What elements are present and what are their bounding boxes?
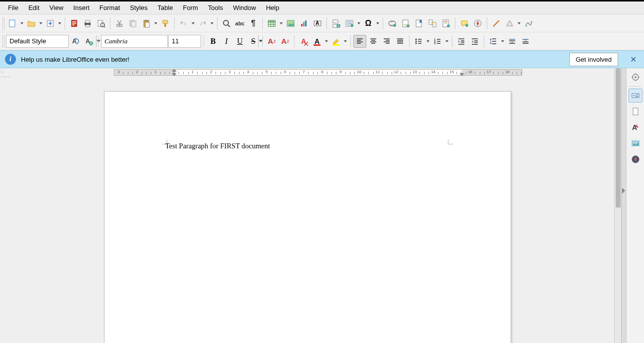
copy-button[interactable] (126, 17, 139, 30)
font-color-dropdown[interactable] (324, 35, 329, 48)
clear-formatting-button[interactable]: A (297, 35, 310, 48)
menu-help[interactable]: Help (261, 2, 284, 13)
bullet-list-dropdown[interactable] (426, 35, 430, 48)
print-button[interactable] (81, 17, 94, 30)
indent-marker[interactable] (172, 69, 177, 72)
menu-view[interactable]: View (44, 2, 68, 13)
insert-symbol-dropdown[interactable] (375, 17, 380, 30)
insert-field-button[interactable] (343, 17, 356, 30)
sidebar-navigator-button[interactable] (629, 152, 643, 166)
insert-table-dropdown[interactable] (279, 17, 284, 30)
new-style-button[interactable]: A+ (83, 35, 96, 48)
navigator-button[interactable] (471, 17, 484, 30)
superscript-button[interactable]: A2 (265, 35, 278, 48)
save-button[interactable] (44, 17, 57, 30)
vertical-scrollbar[interactable] (614, 68, 621, 343)
open-dropdown[interactable] (38, 17, 43, 30)
insert-symbol-button[interactable]: Ω (362, 17, 375, 30)
sidebar-collapse-handle[interactable] (621, 68, 626, 343)
insert-footnote-button[interactable] (399, 17, 412, 30)
get-involved-button[interactable]: Get involved (569, 53, 618, 66)
paste-button[interactable] (140, 17, 153, 30)
bold-button[interactable]: B (207, 35, 219, 48)
numbered-list-button[interactable]: 123 (431, 35, 444, 48)
new-document-dropdown[interactable] (19, 17, 24, 30)
menu-window[interactable]: Window (228, 2, 261, 13)
basic-shapes-button[interactable] (503, 17, 516, 30)
insert-comment-button[interactable] (458, 17, 471, 30)
menu-file[interactable]: File (3, 2, 23, 13)
toolbar-grip[interactable] (2, 17, 4, 30)
font-name-combo[interactable] (101, 35, 168, 48)
undo-button[interactable] (177, 17, 190, 30)
document-canvas[interactable]: Test Paragraph for FIRST document (0, 77, 614, 343)
sidebar-properties-button[interactable] (629, 89, 643, 103)
insert-page-break-button[interactable]: + (329, 17, 342, 30)
find-replace-button[interactable] (220, 17, 233, 30)
menu-format[interactable]: Format (95, 2, 125, 13)
open-button[interactable] (25, 17, 38, 30)
page[interactable]: Test Paragraph for FIRST document (104, 91, 511, 343)
redo-dropdown[interactable] (210, 17, 215, 30)
numbered-list-dropdown[interactable] (444, 35, 449, 48)
italic-button[interactable]: I (220, 35, 233, 48)
toolbar-grip[interactable] (2, 35, 4, 48)
print-preview-button[interactable] (95, 17, 107, 30)
bullet-list-button[interactable] (412, 35, 425, 48)
menu-styles[interactable]: Styles (125, 2, 152, 13)
basic-shapes-dropdown[interactable] (517, 17, 522, 30)
insert-cross-ref-button[interactable] (426, 17, 439, 30)
clone-formatting-button[interactable] (159, 17, 172, 30)
line-tool-button[interactable] (490, 17, 503, 30)
line-spacing-button[interactable] (487, 35, 500, 48)
update-style-button[interactable]: A (69, 35, 82, 48)
sidebar-page-button[interactable] (629, 105, 643, 118)
insert-field-dropdown[interactable] (356, 17, 361, 30)
redo-button[interactable] (196, 17, 209, 30)
horizontal-ruler[interactable]: 3210123456789101112131415161718 (10, 68, 614, 77)
infobar-close-button[interactable]: ✕ (627, 53, 639, 65)
undo-dropdown[interactable] (191, 17, 196, 30)
menu-insert[interactable]: Insert (68, 2, 95, 13)
sidebar-styles-button[interactable]: A (629, 120, 643, 134)
insert-textbox-button[interactable]: A (311, 17, 324, 30)
sidebar-settings-button[interactable] (629, 70, 643, 84)
draw-functions-button[interactable] (522, 17, 535, 30)
subscript-button[interactable]: A2 (279, 35, 292, 48)
decrease-indent-button[interactable] (468, 35, 481, 48)
formatting-marks-button[interactable]: ¶ (247, 17, 260, 30)
insert-hyperlink-button[interactable] (386, 17, 399, 30)
paste-dropdown[interactable] (153, 17, 158, 30)
justify-button[interactable] (394, 35, 407, 48)
underline-button[interactable]: U (233, 35, 246, 48)
menu-table[interactable]: Table (152, 2, 178, 13)
insert-table-button[interactable] (265, 17, 278, 30)
track-changes-button[interactable] (439, 17, 452, 30)
insert-chart-button[interactable] (298, 17, 311, 30)
scrollbar-thumb[interactable] (616, 68, 621, 208)
highlight-button[interactable] (329, 35, 342, 48)
save-dropdown[interactable] (57, 17, 62, 30)
export-pdf-button[interactable] (68, 17, 81, 30)
menu-tools[interactable]: Tools (203, 2, 228, 13)
font-color-button[interactable]: A (311, 35, 323, 48)
cut-button[interactable] (113, 17, 126, 30)
line-spacing-dropdown[interactable] (500, 35, 505, 48)
strikethrough-button[interactable]: S (247, 35, 260, 48)
menu-edit[interactable]: Edit (23, 2, 44, 13)
indent-marker[interactable] (172, 73, 177, 76)
document-body-text[interactable]: Test Paragraph for FIRST document (165, 142, 450, 150)
paragraph-style-combo[interactable] (6, 35, 69, 48)
spellcheck-button[interactable]: abc (233, 17, 246, 30)
insert-bookmark-button[interactable] (413, 17, 426, 30)
increase-indent-button[interactable] (455, 35, 468, 48)
decrease-para-spacing-button[interactable] (519, 35, 532, 48)
align-right-button[interactable] (380, 35, 393, 48)
increase-para-spacing-button[interactable] (506, 35, 519, 48)
font-size-combo[interactable] (168, 35, 201, 48)
menu-form[interactable]: Form (178, 2, 203, 13)
align-center-button[interactable] (367, 35, 380, 48)
sidebar-gallery-button[interactable] (629, 136, 643, 150)
new-document-button[interactable] (6, 17, 19, 30)
indent-marker-right[interactable] (459, 73, 464, 76)
